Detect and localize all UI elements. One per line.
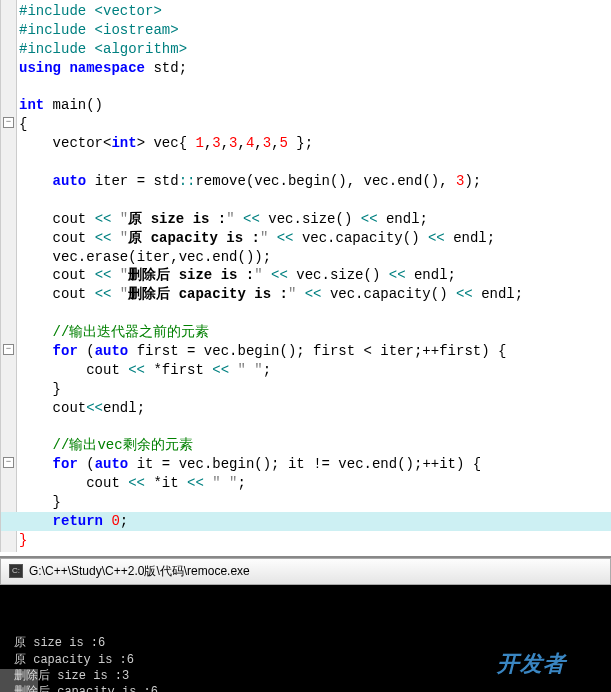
code-line[interactable]: auto iter = std::remove(vec.begin(), vec… bbox=[1, 172, 611, 191]
code-line[interactable]: #include <vector> bbox=[1, 2, 611, 21]
code-line[interactable] bbox=[1, 191, 611, 210]
code-line[interactable]: cout << "删除后 size is :" << vec.size() <<… bbox=[1, 266, 611, 285]
code-line[interactable]: vector<int> vec{ 1,3,3,4,3,5 }; bbox=[1, 134, 611, 153]
console-window: C: G:\C++\Study\C++2.0版\代码\remoce.exe 编调… bbox=[0, 556, 611, 692]
code-line[interactable]: int main() bbox=[1, 96, 611, 115]
code-line[interactable] bbox=[1, 304, 611, 323]
console-title: G:\C++\Study\C++2.0版\代码\remoce.exe bbox=[29, 563, 250, 580]
code-line[interactable]: //输出迭代器之前的元素 bbox=[1, 323, 611, 342]
code-line[interactable]: return 0; bbox=[1, 512, 611, 531]
watermark-logo: 开发者 DevZe.COM bbox=[497, 609, 605, 692]
code-line[interactable]: } bbox=[1, 531, 611, 550]
code-line[interactable] bbox=[1, 418, 611, 437]
fold-marker-icon[interactable]: − bbox=[3, 457, 14, 468]
code-line[interactable]: #include <algorithm> bbox=[1, 40, 611, 59]
code-line[interactable]: − for (auto it = vec.begin(); it != vec.… bbox=[1, 455, 611, 474]
code-line[interactable]: cout << *it << " "; bbox=[1, 474, 611, 493]
code-line[interactable]: } bbox=[1, 380, 611, 399]
code-line[interactable] bbox=[1, 78, 611, 97]
side-label: 编调 86) bbox=[0, 669, 38, 692]
code-line[interactable]: cout << "删除后 capacity is :" << vec.capac… bbox=[1, 285, 611, 304]
console-app-icon: C: bbox=[9, 564, 23, 578]
code-editor-area[interactable]: #include <vector>#include <iostream>#inc… bbox=[0, 0, 611, 552]
fold-marker-icon[interactable]: − bbox=[3, 344, 14, 355]
code-line[interactable]: −{ bbox=[1, 115, 611, 134]
code-line[interactable]: − for (auto first = vec.begin(); first <… bbox=[1, 342, 611, 361]
fold-marker-icon[interactable]: − bbox=[3, 117, 14, 128]
console-titlebar[interactable]: C: G:\C++\Study\C++2.0版\代码\remoce.exe bbox=[0, 558, 611, 585]
code-line[interactable]: //输出vec剩余的元素 bbox=[1, 436, 611, 455]
console-output[interactable]: 编调 86) 原 size is :6原 capacity is :6删除后 s… bbox=[0, 585, 611, 692]
code-line[interactable]: using namespace std; bbox=[1, 59, 611, 78]
code-line[interactable] bbox=[1, 153, 611, 172]
code-line[interactable]: cout << "原 size is :" << vec.size() << e… bbox=[1, 210, 611, 229]
code-line[interactable]: cout << "原 capacity is :" << vec.capacit… bbox=[1, 229, 611, 248]
code-line[interactable]: } bbox=[1, 493, 611, 512]
code-line[interactable]: #include <iostream> bbox=[1, 21, 611, 40]
code-line[interactable]: cout << *first << " "; bbox=[1, 361, 611, 380]
code-line[interactable]: cout<<endl; bbox=[1, 399, 611, 418]
code-content[interactable]: #include <vector>#include <iostream>#inc… bbox=[1, 2, 611, 550]
code-line[interactable]: vec.erase(iter,vec.end()); bbox=[1, 248, 611, 267]
